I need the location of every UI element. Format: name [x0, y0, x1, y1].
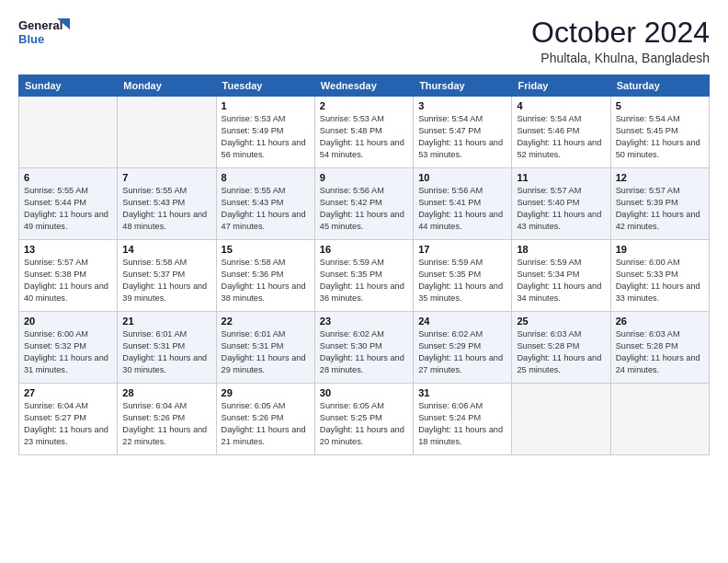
calendar-cell: 2Sunrise: 5:53 AM Sunset: 5:48 PM Daylig…: [314, 97, 413, 168]
day-number: 6: [24, 172, 112, 183]
calendar-cell: 20Sunrise: 6:00 AM Sunset: 5:32 PM Dayli…: [19, 312, 118, 384]
day-info: Sunrise: 5:59 AM Sunset: 5:35 PM Dayligh…: [320, 257, 408, 304]
calendar-cell: 11Sunrise: 5:57 AM Sunset: 5:40 PM Dayli…: [512, 168, 610, 240]
day-number: 13: [24, 244, 112, 255]
day-info: Sunrise: 6:02 AM Sunset: 5:29 PM Dayligh…: [418, 328, 506, 376]
day-info: Sunrise: 5:58 AM Sunset: 5:37 PM Dayligh…: [122, 257, 210, 304]
calendar-cell: 3Sunrise: 5:54 AM Sunset: 5:47 PM Daylig…: [414, 97, 512, 168]
calendar-cell: 16Sunrise: 5:59 AM Sunset: 5:35 PM Dayli…: [314, 240, 413, 312]
day-info: Sunrise: 5:53 AM Sunset: 5:48 PM Dayligh…: [320, 113, 408, 161]
day-number: 18: [517, 244, 605, 255]
calendar-cell: [19, 97, 118, 168]
day-info: Sunrise: 6:05 AM Sunset: 5:25 PM Dayligh…: [320, 400, 408, 448]
day-info: Sunrise: 5:53 AM Sunset: 5:49 PM Dayligh…: [222, 113, 310, 161]
day-info: Sunrise: 5:55 AM Sunset: 5:43 PM Dayligh…: [122, 185, 210, 233]
calendar-cell: 8Sunrise: 5:55 AM Sunset: 5:43 PM Daylig…: [216, 168, 314, 240]
weekday-header-friday: Friday: [512, 75, 610, 97]
calendar-cell: 1Sunrise: 5:53 AM Sunset: 5:49 PM Daylig…: [216, 97, 314, 168]
day-number: 20: [24, 316, 112, 327]
logo-icon: GeneralBlue: [18, 17, 74, 46]
day-info: Sunrise: 5:57 AM Sunset: 5:40 PM Dayligh…: [517, 185, 605, 233]
day-info: Sunrise: 6:01 AM Sunset: 5:31 PM Dayligh…: [222, 328, 310, 376]
day-info: Sunrise: 6:01 AM Sunset: 5:31 PM Dayligh…: [122, 328, 210, 376]
weekday-header-monday: Monday: [118, 75, 216, 97]
calendar-cell: 24Sunrise: 6:02 AM Sunset: 5:29 PM Dayli…: [414, 312, 512, 384]
calendar-cell: 30Sunrise: 6:05 AM Sunset: 5:25 PM Dayli…: [314, 384, 413, 455]
calendar-cell: 15Sunrise: 5:58 AM Sunset: 5:36 PM Dayli…: [216, 240, 314, 312]
day-number: 26: [616, 316, 704, 327]
day-info: Sunrise: 6:03 AM Sunset: 5:28 PM Dayligh…: [616, 328, 704, 376]
weekday-header-tuesday: Tuesday: [216, 75, 314, 97]
calendar-cell: 4Sunrise: 5:54 AM Sunset: 5:46 PM Daylig…: [512, 97, 610, 168]
calendar-table: SundayMondayTuesdayWednesdayThursdayFrid…: [18, 75, 710, 455]
day-number: 9: [320, 172, 408, 183]
day-number: 27: [24, 387, 112, 398]
day-number: 5: [616, 100, 704, 111]
day-info: Sunrise: 5:55 AM Sunset: 5:43 PM Dayligh…: [222, 185, 310, 233]
logo: GeneralBlue: [18, 17, 74, 46]
day-info: Sunrise: 5:59 AM Sunset: 5:34 PM Dayligh…: [517, 257, 605, 304]
weekday-header-saturday: Saturday: [610, 75, 709, 97]
day-number: 22: [222, 316, 310, 327]
calendar-cell: 5Sunrise: 5:54 AM Sunset: 5:45 PM Daylig…: [610, 97, 709, 168]
day-info: Sunrise: 5:57 AM Sunset: 5:39 PM Dayligh…: [616, 185, 704, 233]
calendar-cell: 31Sunrise: 6:06 AM Sunset: 5:24 PM Dayli…: [414, 384, 512, 455]
day-number: 12: [616, 172, 704, 183]
day-number: 14: [122, 244, 210, 255]
calendar-cell: 10Sunrise: 5:56 AM Sunset: 5:41 PM Dayli…: [414, 168, 512, 240]
day-number: 16: [320, 244, 408, 255]
day-info: Sunrise: 6:03 AM Sunset: 5:28 PM Dayligh…: [517, 328, 605, 376]
day-number: 17: [418, 244, 506, 255]
title-block: October 2024 Phultala, Khulna, Banglades…: [531, 17, 710, 65]
day-number: 7: [122, 172, 210, 183]
weekday-header-wednesday: Wednesday: [314, 75, 413, 97]
day-info: Sunrise: 6:04 AM Sunset: 5:26 PM Dayligh…: [122, 400, 210, 448]
day-number: 21: [122, 316, 210, 327]
day-info: Sunrise: 5:55 AM Sunset: 5:44 PM Dayligh…: [24, 185, 112, 233]
day-number: 28: [122, 387, 210, 398]
calendar-cell: 25Sunrise: 6:03 AM Sunset: 5:28 PM Dayli…: [512, 312, 610, 384]
weekday-header-row: SundayMondayTuesdayWednesdayThursdayFrid…: [19, 75, 710, 97]
calendar-cell: 13Sunrise: 5:57 AM Sunset: 5:38 PM Dayli…: [19, 240, 118, 312]
calendar-week-row: 6Sunrise: 5:55 AM Sunset: 5:44 PM Daylig…: [19, 168, 710, 240]
calendar-week-row: 27Sunrise: 6:04 AM Sunset: 5:27 PM Dayli…: [19, 384, 710, 455]
calendar-week-row: 1Sunrise: 5:53 AM Sunset: 5:49 PM Daylig…: [19, 97, 710, 168]
weekday-header-thursday: Thursday: [414, 75, 512, 97]
calendar-cell: 29Sunrise: 6:05 AM Sunset: 5:26 PM Dayli…: [216, 384, 314, 455]
day-number: 8: [222, 172, 310, 183]
day-number: 2: [320, 100, 408, 111]
header: GeneralBlue October 2024 Phultala, Khuln…: [18, 17, 710, 65]
calendar-cell: 19Sunrise: 6:00 AM Sunset: 5:33 PM Dayli…: [610, 240, 709, 312]
calendar-cell: 23Sunrise: 6:02 AM Sunset: 5:30 PM Dayli…: [314, 312, 413, 384]
day-number: 10: [418, 172, 506, 183]
calendar-cell: 14Sunrise: 5:58 AM Sunset: 5:37 PM Dayli…: [118, 240, 216, 312]
day-info: Sunrise: 5:57 AM Sunset: 5:38 PM Dayligh…: [24, 257, 112, 304]
day-info: Sunrise: 5:56 AM Sunset: 5:41 PM Dayligh…: [418, 185, 506, 233]
day-number: 15: [222, 244, 310, 255]
calendar-cell: 28Sunrise: 6:04 AM Sunset: 5:26 PM Dayli…: [118, 384, 216, 455]
calendar-cell: [610, 384, 709, 455]
calendar-cell: 7Sunrise: 5:55 AM Sunset: 5:43 PM Daylig…: [118, 168, 216, 240]
day-info: Sunrise: 6:06 AM Sunset: 5:24 PM Dayligh…: [418, 400, 506, 448]
day-number: 23: [320, 316, 408, 327]
day-info: Sunrise: 5:54 AM Sunset: 5:46 PM Dayligh…: [517, 113, 605, 161]
calendar-cell: 12Sunrise: 5:57 AM Sunset: 5:39 PM Dayli…: [610, 168, 709, 240]
day-info: Sunrise: 5:54 AM Sunset: 5:45 PM Dayligh…: [616, 113, 704, 161]
calendar-cell: 22Sunrise: 6:01 AM Sunset: 5:31 PM Dayli…: [216, 312, 314, 384]
day-number: 1: [222, 100, 310, 111]
calendar-cell: [118, 97, 216, 168]
location-subtitle: Phultala, Khulna, Bangladesh: [531, 51, 710, 65]
day-info: Sunrise: 5:59 AM Sunset: 5:35 PM Dayligh…: [418, 257, 506, 304]
calendar-cell: 27Sunrise: 6:04 AM Sunset: 5:27 PM Dayli…: [19, 384, 118, 455]
calendar-cell: 21Sunrise: 6:01 AM Sunset: 5:31 PM Dayli…: [118, 312, 216, 384]
day-number: 29: [222, 387, 310, 398]
svg-text:Blue: Blue: [18, 32, 44, 46]
day-info: Sunrise: 5:58 AM Sunset: 5:36 PM Dayligh…: [222, 257, 310, 304]
day-number: 11: [517, 172, 605, 183]
day-info: Sunrise: 6:05 AM Sunset: 5:26 PM Dayligh…: [222, 400, 310, 448]
day-number: 4: [517, 100, 605, 111]
day-number: 30: [320, 387, 408, 398]
page: GeneralBlue October 2024 Phultala, Khuln…: [0, 0, 728, 563]
day-info: Sunrise: 6:02 AM Sunset: 5:30 PM Dayligh…: [320, 328, 408, 376]
weekday-header-sunday: Sunday: [19, 75, 118, 97]
